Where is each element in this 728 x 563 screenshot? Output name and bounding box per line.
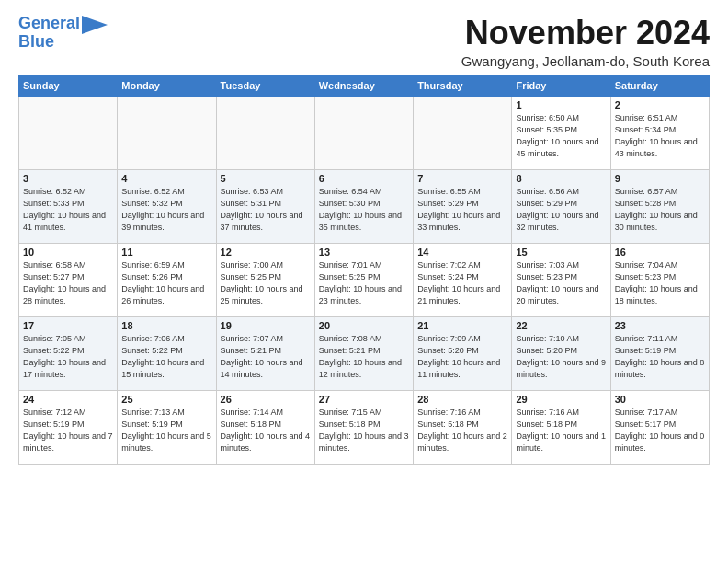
calendar-day-cell [216,96,314,169]
calendar-day-cell [118,96,216,169]
weekday-header-thursday: Thursday [414,75,512,96]
calendar-day-cell [19,96,118,169]
weekday-header-friday: Friday [512,75,610,96]
calendar-day-cell: 5Sunrise: 6:53 AM Sunset: 5:31 PM Daylig… [216,169,314,243]
day-number: 7 [417,173,507,184]
calendar-day-cell: 3Sunrise: 6:52 AM Sunset: 5:33 PM Daylig… [19,169,118,243]
day-number: 12 [221,247,311,258]
calendar-day-cell: 29Sunrise: 7:16 AM Sunset: 5:18 PM Dayli… [512,390,610,464]
page: General Blue November 2024 Gwangyang, Je… [0,0,728,474]
day-info: Sunrise: 7:11 AM Sunset: 5:19 PM Dayligh… [615,333,705,381]
day-number: 20 [319,320,409,331]
day-number: 25 [121,394,211,405]
day-number: 6 [319,173,409,184]
calendar-day-cell: 30Sunrise: 7:17 AM Sunset: 5:17 PM Dayli… [610,390,709,464]
day-number: 30 [615,394,705,405]
calendar-day-cell: 1Sunrise: 6:50 AM Sunset: 5:35 PM Daylig… [512,96,610,169]
day-number: 13 [319,247,409,258]
logo-arrow-icon [82,16,108,34]
calendar-day-cell: 22Sunrise: 7:10 AM Sunset: 5:20 PM Dayli… [512,316,610,390]
day-number: 18 [121,320,211,331]
logo-text: General Blue [18,15,80,52]
calendar-week-row: 1Sunrise: 6:50 AM Sunset: 5:35 PM Daylig… [19,96,710,169]
day-number: 29 [516,394,606,405]
calendar-day-cell: 8Sunrise: 6:56 AM Sunset: 5:29 PM Daylig… [512,169,610,243]
calendar-day-cell: 6Sunrise: 6:54 AM Sunset: 5:30 PM Daylig… [314,169,413,243]
day-info: Sunrise: 7:04 AM Sunset: 5:23 PM Dayligh… [615,259,705,307]
location-subtitle: Gwangyang, Jeollanam-do, South Korea [461,53,710,69]
weekday-header-wednesday: Wednesday [314,75,413,96]
logo: General Blue [18,15,108,52]
day-info: Sunrise: 6:51 AM Sunset: 5:34 PM Dayligh… [615,112,705,160]
day-info: Sunrise: 6:52 AM Sunset: 5:32 PM Dayligh… [121,186,211,234]
calendar-day-cell: 21Sunrise: 7:09 AM Sunset: 5:20 PM Dayli… [414,316,512,390]
month-title: November 2024 [461,15,710,52]
day-number: 24 [23,394,113,405]
day-info: Sunrise: 7:08 AM Sunset: 5:21 PM Dayligh… [319,333,409,381]
calendar-day-cell: 9Sunrise: 6:57 AM Sunset: 5:28 PM Daylig… [610,169,709,243]
calendar-day-cell: 19Sunrise: 7:07 AM Sunset: 5:21 PM Dayli… [216,316,314,390]
day-number: 19 [221,320,311,331]
day-number: 1 [516,99,606,110]
calendar-day-cell: 14Sunrise: 7:02 AM Sunset: 5:24 PM Dayli… [414,243,512,316]
day-info: Sunrise: 6:56 AM Sunset: 5:29 PM Dayligh… [516,186,606,234]
day-info: Sunrise: 7:13 AM Sunset: 5:19 PM Dayligh… [121,407,211,454]
calendar-day-cell: 26Sunrise: 7:14 AM Sunset: 5:18 PM Dayli… [216,390,314,464]
day-info: Sunrise: 6:55 AM Sunset: 5:29 PM Dayligh… [417,186,507,234]
calendar-day-cell: 13Sunrise: 7:01 AM Sunset: 5:25 PM Dayli… [314,243,413,316]
day-info: Sunrise: 6:50 AM Sunset: 5:35 PM Dayligh… [516,112,606,160]
calendar-week-row: 17Sunrise: 7:05 AM Sunset: 5:22 PM Dayli… [19,316,710,390]
day-info: Sunrise: 6:57 AM Sunset: 5:28 PM Dayligh… [615,186,705,234]
calendar-day-cell: 4Sunrise: 6:52 AM Sunset: 5:32 PM Daylig… [118,169,216,243]
day-number: 4 [121,173,211,184]
calendar-day-cell: 18Sunrise: 7:06 AM Sunset: 5:22 PM Dayli… [118,316,216,390]
day-info: Sunrise: 7:01 AM Sunset: 5:25 PM Dayligh… [319,259,409,307]
calendar-day-cell: 12Sunrise: 7:00 AM Sunset: 5:25 PM Dayli… [216,243,314,316]
day-number: 17 [23,320,113,331]
day-info: Sunrise: 7:17 AM Sunset: 5:17 PM Dayligh… [615,407,705,454]
weekday-header-sunday: Sunday [19,75,118,96]
day-info: Sunrise: 7:10 AM Sunset: 5:20 PM Dayligh… [516,333,606,381]
calendar-day-cell: 10Sunrise: 6:58 AM Sunset: 5:27 PM Dayli… [19,243,118,316]
day-number: 23 [615,320,705,331]
day-number: 9 [615,173,705,184]
calendar-week-row: 3Sunrise: 6:52 AM Sunset: 5:33 PM Daylig… [19,169,710,243]
day-info: Sunrise: 7:03 AM Sunset: 5:23 PM Dayligh… [516,259,606,307]
calendar-day-cell: 27Sunrise: 7:15 AM Sunset: 5:18 PM Dayli… [314,390,413,464]
day-number: 26 [221,394,311,405]
calendar-day-cell: 24Sunrise: 7:12 AM Sunset: 5:19 PM Dayli… [19,390,118,464]
day-number: 22 [516,320,606,331]
day-info: Sunrise: 6:54 AM Sunset: 5:30 PM Dayligh… [319,186,409,234]
day-number: 28 [417,394,507,405]
day-info: Sunrise: 7:00 AM Sunset: 5:25 PM Dayligh… [221,259,311,307]
day-info: Sunrise: 6:59 AM Sunset: 5:26 PM Dayligh… [121,259,211,307]
day-info: Sunrise: 7:06 AM Sunset: 5:22 PM Dayligh… [121,333,211,381]
day-info: Sunrise: 7:16 AM Sunset: 5:18 PM Dayligh… [516,407,606,454]
weekday-header-monday: Monday [118,75,216,96]
calendar-day-cell [314,96,413,169]
day-number: 2 [615,99,705,110]
day-number: 3 [23,173,113,184]
calendar-week-row: 10Sunrise: 6:58 AM Sunset: 5:27 PM Dayli… [19,243,710,316]
day-number: 11 [121,247,211,258]
calendar-day-cell: 20Sunrise: 7:08 AM Sunset: 5:21 PM Dayli… [314,316,413,390]
title-block: November 2024 Gwangyang, Jeollanam-do, S… [461,15,710,69]
weekday-header-row: SundayMondayTuesdayWednesdayThursdayFrid… [19,75,710,96]
day-info: Sunrise: 7:14 AM Sunset: 5:18 PM Dayligh… [221,407,311,454]
day-info: Sunrise: 6:52 AM Sunset: 5:33 PM Dayligh… [23,186,113,234]
calendar-day-cell: 28Sunrise: 7:16 AM Sunset: 5:18 PM Dayli… [414,390,512,464]
day-number: 27 [319,394,409,405]
day-info: Sunrise: 7:05 AM Sunset: 5:22 PM Dayligh… [23,333,113,381]
day-info: Sunrise: 7:07 AM Sunset: 5:21 PM Dayligh… [221,333,311,381]
calendar-week-row: 24Sunrise: 7:12 AM Sunset: 5:19 PM Dayli… [19,390,710,464]
svg-marker-0 [82,16,108,34]
day-info: Sunrise: 7:15 AM Sunset: 5:18 PM Dayligh… [319,407,409,454]
day-info: Sunrise: 7:09 AM Sunset: 5:20 PM Dayligh… [417,333,507,381]
calendar-day-cell: 23Sunrise: 7:11 AM Sunset: 5:19 PM Dayli… [610,316,709,390]
calendar-table: SundayMondayTuesdayWednesdayThursdayFrid… [18,75,710,465]
calendar-day-cell: 11Sunrise: 6:59 AM Sunset: 5:26 PM Dayli… [118,243,216,316]
day-info: Sunrise: 6:58 AM Sunset: 5:27 PM Dayligh… [23,259,113,307]
day-number: 16 [615,247,705,258]
day-number: 14 [417,247,507,258]
day-number: 15 [516,247,606,258]
